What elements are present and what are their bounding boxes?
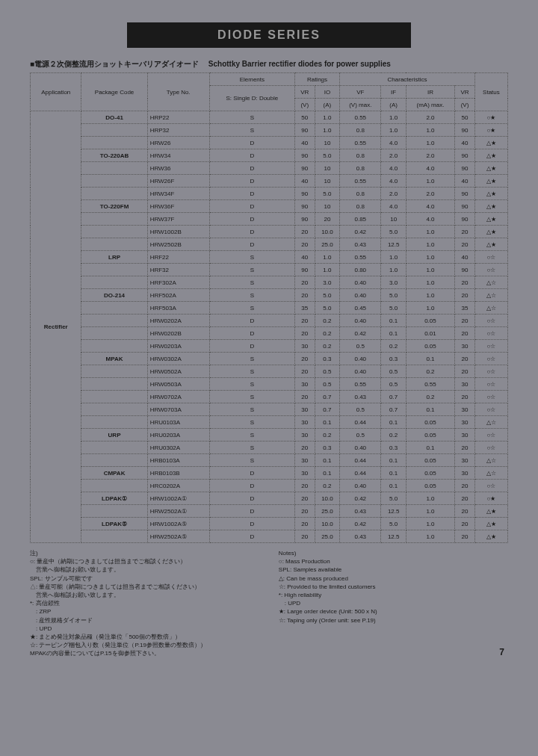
cell-vr2: 35 (455, 302, 475, 315)
cell-if: 0.1 (381, 480, 406, 492)
cell-st: △★ (474, 200, 507, 213)
cell-el: D (209, 530, 294, 543)
cell-vr: 30 (294, 429, 315, 441)
cell-vr2: 30 (455, 416, 475, 429)
cell-el: S (209, 276, 294, 289)
cell-if: 12.5 (381, 505, 406, 518)
table-row: HRW0202BD200.20.420.10.0120○☆ (31, 327, 508, 340)
cell-io: 0.2 (315, 315, 339, 327)
cell-vr2: 40 (455, 137, 475, 149)
cell-vr2: 20 (455, 391, 475, 403)
cell-pkg: LDPAK⑤ (81, 518, 147, 530)
cell-st: △★ (474, 137, 507, 149)
cell-el: S (209, 416, 294, 429)
cell-io: 1.0 (315, 264, 339, 276)
cell-vf: 0.40 (340, 276, 381, 289)
cell-vr: 20 (294, 289, 315, 302)
cell-vr2: 20 (455, 530, 475, 543)
cell-vr: 30 (294, 403, 315, 416)
cell-io: 10 (315, 175, 339, 188)
cell-el: S (209, 124, 294, 137)
cell-vf: 0.55 (340, 378, 381, 391)
cell-ir: 0.2 (406, 365, 454, 378)
cell-ir: 1.0 (406, 530, 454, 543)
cell-el: D (209, 467, 294, 480)
cell-vf: 0.55 (340, 111, 381, 124)
table-row: HRU0302AS200.30.400.30.120○☆ (31, 441, 508, 454)
cell-el: S (209, 454, 294, 467)
cell-ir: 0.1 (406, 403, 454, 416)
cell-vf: 0.40 (340, 289, 381, 302)
cell-io: 0.2 (315, 480, 339, 492)
cell-io: 0.2 (315, 429, 339, 441)
cell-st: ○☆ (474, 340, 507, 353)
cell-vr2: 20 (455, 315, 475, 327)
cell-ir: 1.0 (406, 226, 454, 238)
table-row: HRW26D40100.554.01.040△★ (31, 137, 508, 149)
cell-pkg: TO-220AB (81, 149, 147, 162)
cell-ir: 4.0 (406, 162, 454, 175)
cell-type: HRF302A (147, 276, 209, 289)
cell-if: 5.0 (381, 518, 406, 530)
cell-if: 10 (381, 213, 406, 226)
cell-if: 1.0 (381, 111, 406, 124)
cell-vf: 0.40 (340, 480, 381, 492)
cell-vf: 0.40 (340, 315, 381, 327)
table-row: HRW0703AS300.70.50.70.130○☆ (31, 403, 508, 416)
table-row: HRW0503AS300.50.550.50.5530○☆ (31, 378, 508, 391)
cell-vf: 0.44 (340, 454, 381, 467)
cell-st: ○☆ (474, 441, 507, 454)
cell-ir: 0.05 (406, 480, 454, 492)
cell-type: HRW0703A (147, 403, 209, 416)
cell-st: △★ (474, 505, 507, 518)
cell-vr2: 90 (455, 200, 475, 213)
cell-if: 4.0 (381, 137, 406, 149)
note-line: *: 高信頼性 (30, 599, 259, 607)
cell-el: S (209, 289, 294, 302)
cell-vf: 0.55 (340, 251, 381, 264)
cell-vr: 20 (294, 276, 315, 289)
cell-vr2: 20 (455, 226, 475, 238)
cell-el: S (209, 264, 294, 276)
cell-vf: 0.43 (340, 530, 381, 543)
cell-el: D (209, 226, 294, 238)
cell-type: HRW26 (147, 137, 209, 149)
cell-ir: 1.0 (406, 175, 454, 188)
cell-io: 0.3 (315, 441, 339, 454)
cell-st: △☆ (474, 454, 507, 467)
cell-vr: 20 (294, 492, 315, 505)
cell-vf: 0.40 (340, 441, 381, 454)
cell-vf: 0.44 (340, 467, 381, 480)
cell-io: 0.1 (315, 454, 339, 467)
table-row: HRF32S901.00.801.01.090○☆ (31, 264, 508, 276)
cell-vr: 30 (294, 378, 315, 391)
cell-ir: 0.55 (406, 378, 454, 391)
table-row: HRP32S901.00.81.01.090○★ (31, 124, 508, 137)
cell-type: HRP32 (147, 124, 209, 137)
table-row: HRW2502BD2025.00.4312.51.020△★ (31, 238, 508, 251)
cell-vr: 30 (294, 454, 315, 467)
cell-pkg (81, 315, 147, 327)
cell-io: 0.1 (315, 416, 339, 429)
cell-st: △★ (474, 188, 507, 200)
cell-vr2: 30 (455, 454, 475, 467)
table-row: HRW37FD90200.85104.090△★ (31, 213, 508, 226)
cell-vr: 20 (294, 315, 315, 327)
table-row: LDPAK⑤HRW1002A⑤D2010.00.425.01.020△★ (31, 518, 508, 530)
cell-if: 0.1 (381, 315, 406, 327)
cell-vr: 90 (294, 149, 315, 162)
cell-vr: 20 (294, 480, 315, 492)
note-line: 営業へ御相談お願い致します。 (30, 591, 259, 599)
cell-vr: 20 (294, 391, 315, 403)
cell-type: HRF502A (147, 289, 209, 302)
cell-pkg (81, 480, 147, 492)
cell-vr: 35 (294, 302, 315, 315)
cell-el: D (209, 137, 294, 149)
table-row: HRW0202AD200.20.400.10.0520○☆ (31, 315, 508, 327)
subtitle-row: ■電源２次側整流用ショットキーバリアダイオード Schottky Barrier… (30, 59, 508, 69)
cell-ir: 1.0 (406, 505, 454, 518)
cell-pkg (81, 175, 147, 188)
note-line: SPL: サンプル可能です (30, 574, 259, 583)
cell-st: ○☆ (474, 403, 507, 416)
cell-vr: 20 (294, 226, 315, 238)
